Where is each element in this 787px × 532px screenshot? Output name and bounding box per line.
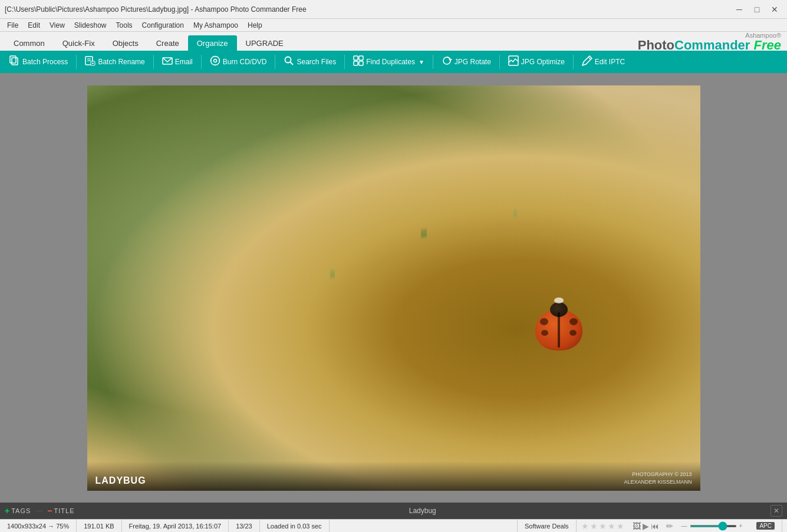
find-duplicates-button[interactable]: Find Duplicates ▼: [348, 53, 429, 71]
rating-area: ★ ★ ★ ★ ★: [577, 521, 629, 531]
star-5[interactable]: ★: [617, 521, 624, 531]
edit-iptc-icon: [582, 55, 592, 68]
menu-my-ashampoo[interactable]: My Ashampoo: [189, 19, 243, 32]
sep7: [499, 55, 500, 69]
search-files-button[interactable]: Search Files: [279, 53, 341, 71]
sep6: [433, 55, 433, 69]
svg-rect-16: [359, 61, 363, 65]
status-filesize: 191.01 KB: [77, 520, 121, 532]
photo-icon-3[interactable]: ⏮: [651, 521, 659, 531]
add-tag-icon: +: [5, 506, 9, 516]
email-button[interactable]: Email: [157, 53, 197, 71]
tagbar-filename: Ladybug: [77, 507, 768, 515]
svg-point-11: [285, 57, 291, 63]
close-button[interactable]: ✕: [767, 4, 782, 15]
bug-spot-3: [569, 318, 578, 325]
photo-icon-1[interactable]: 🖼: [633, 521, 641, 531]
tab-upgrade[interactable]: UPGRADE: [237, 35, 292, 51]
jpg-optimize-icon: [508, 55, 519, 68]
tab-common[interactable]: Common: [5, 35, 54, 51]
window-controls: ─ □ ✕: [732, 4, 782, 15]
svg-rect-15: [354, 61, 358, 65]
status-count: 13/23: [229, 520, 260, 532]
sep5: [344, 55, 345, 69]
photo-background: [87, 85, 700, 491]
logo: Ashampoo® PhotoCommander Free: [638, 32, 781, 52]
add-tag-button[interactable]: + TAGS: [5, 506, 31, 516]
svg-line-12: [291, 62, 294, 65]
tab-objects[interactable]: Objects: [104, 35, 147, 51]
tab-quick-fix[interactable]: Quick-Fix: [54, 35, 104, 51]
search-files-icon: [284, 55, 294, 68]
menu-view[interactable]: View: [45, 19, 70, 32]
batch-rename-button[interactable]: Batch Rename: [80, 53, 149, 71]
jpg-optimize-label: JPG Optimize: [521, 58, 565, 66]
app-title: [C:\Users\Public\Pictures\Ashampoo Pictu…: [5, 5, 307, 14]
titlebar: [C:\Users\Public\Pictures\Ashampoo Pictu…: [0, 0, 787, 19]
tags-label: TAGS: [11, 507, 31, 514]
menu-tools[interactable]: Tools: [111, 19, 137, 32]
photo-action-icons: 🖼 ▶ ⏮: [629, 521, 663, 531]
apc-badge: APC: [756, 522, 775, 530]
burn-cd-icon: [210, 55, 220, 68]
menu-edit[interactable]: Edit: [23, 19, 45, 32]
burn-cd-button[interactable]: Burn CD/DVD: [205, 53, 272, 71]
image-container: LADYBUG PHOTOGRAPHY © 2013 ALEXANDER KIS…: [87, 85, 700, 491]
jpg-optimize-button[interactable]: JPG Optimize: [503, 53, 569, 71]
toolbar: Batch Process Batch Rename Email: [0, 51, 787, 73]
maximize-button[interactable]: □: [749, 4, 765, 15]
batch-process-label: Batch Process: [22, 58, 68, 66]
email-label: Email: [175, 58, 193, 66]
caption-credit-line1: PHOTOGRAPHY © 2013: [624, 471, 691, 478]
bug-white-marking: [554, 298, 564, 303]
logo-main: PhotoCommander Free: [638, 39, 781, 52]
tagbar-close-button[interactable]: ✕: [770, 505, 782, 517]
star-4[interactable]: ★: [608, 521, 615, 531]
zoom-expand-icon: +: [739, 523, 743, 529]
sep8: [573, 55, 574, 69]
menu-configuration[interactable]: Configuration: [137, 19, 189, 32]
tag-bar: + TAGS — − TITLE Ladybug ✕: [0, 503, 787, 519]
star-1[interactable]: ★: [581, 521, 589, 531]
svg-rect-0: [10, 56, 16, 63]
status-apc: APC: [747, 520, 782, 532]
tag-separator: —: [35, 507, 42, 515]
tab-create[interactable]: Create: [147, 35, 188, 51]
zoom-slider[interactable]: [690, 525, 737, 527]
bug-stripe: [558, 312, 560, 348]
bug-spot-2: [541, 330, 548, 336]
svg-rect-14: [359, 56, 363, 60]
sep4: [275, 55, 275, 69]
svg-point-9: [210, 57, 219, 65]
logo-commander: Commander: [674, 38, 750, 52]
menu-help[interactable]: Help: [243, 19, 267, 32]
tab-organize[interactable]: Organize: [188, 35, 237, 51]
search-files-label: Search Files: [297, 58, 336, 66]
burn-cd-label: Burn CD/DVD: [223, 58, 267, 66]
star-2[interactable]: ★: [590, 521, 598, 531]
status-loadtime: Loaded in 0.03 sec: [260, 520, 330, 532]
photo-icon-2[interactable]: ▶: [643, 521, 649, 531]
title-label: TITLE: [54, 507, 75, 514]
statusbar: 1400x933x24 → 75% 191.01 KB Freitag, 19.…: [0, 519, 787, 532]
image-caption: LADYBUG PHOTOGRAPHY © 2013 ALEXANDER KIS…: [87, 461, 700, 491]
minimize-button[interactable]: ─: [732, 4, 747, 15]
status-date: Freitag, 19. April 2013, 16:15:07: [122, 520, 229, 532]
remove-tag-icon: −: [47, 506, 52, 516]
menu-file[interactable]: File: [2, 19, 23, 32]
edit-icon[interactable]: ✏: [666, 521, 673, 531]
find-duplicates-dropdown-icon: ▼: [419, 59, 424, 65]
caption-title: LADYBUG: [96, 475, 146, 486]
edit-iptc-button[interactable]: Edit IPTC: [577, 53, 630, 71]
svg-rect-13: [354, 56, 358, 60]
menubar: File Edit View Slideshow Tools Configura…: [0, 19, 787, 32]
status-software-deals[interactable]: Software Deals: [518, 520, 577, 532]
bug-spot-1: [540, 318, 548, 325]
jpg-rotate-button[interactable]: JPG Rotate: [437, 53, 496, 71]
batch-process-button[interactable]: Batch Process: [5, 53, 73, 71]
add-title-button[interactable]: − TITLE: [47, 506, 74, 516]
logo-free: Free: [754, 38, 781, 52]
menu-slideshow[interactable]: Slideshow: [70, 19, 111, 32]
star-3[interactable]: ★: [599, 521, 607, 531]
jpg-rotate-label: JPG Rotate: [455, 58, 491, 66]
